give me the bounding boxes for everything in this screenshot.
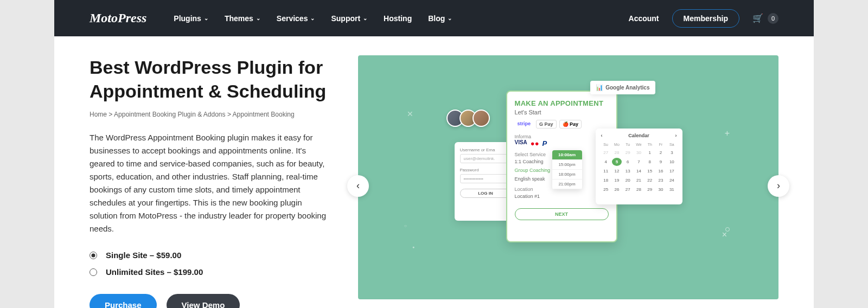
breadcrumb-sep: > xyxy=(227,111,231,118)
time-slot: 18:00pm xyxy=(552,170,582,179)
cart-count-badge: 0 xyxy=(768,13,778,24)
cal-day: 26 xyxy=(612,185,622,194)
cal-day: 12 xyxy=(612,167,622,175)
info-label: Informa xyxy=(515,134,609,139)
chevron-down-icon: ⌄ xyxy=(448,15,452,21)
time-slot: 21:00pm xyxy=(552,179,582,189)
apple-pay-badge: 🍎 Pay xyxy=(559,120,582,129)
login-button-mockup: LOG IN xyxy=(460,189,512,198)
cal-day: 20 xyxy=(623,176,633,184)
page-title: Best WordPress Plugin for Appointment & … xyxy=(90,55,331,103)
breadcrumb-mid[interactable]: Appointment Booking Plugin & Addons xyxy=(114,111,225,118)
panel-subtitle: Let's Start xyxy=(515,109,609,116)
card-icons-row: VISA ●● P xyxy=(515,139,609,147)
cal-day: 30 xyxy=(656,185,666,194)
breadcrumb-home[interactable]: Home xyxy=(90,111,107,118)
cal-day-head: Th xyxy=(645,142,655,147)
cal-day: 21 xyxy=(634,176,643,184)
cal-day-head: We xyxy=(634,142,643,147)
cal-day: 16 xyxy=(656,167,666,175)
price-option-unlimited[interactable]: Unlimited Sites – $199.00 xyxy=(90,267,331,277)
deco-dot-icon: ● xyxy=(412,245,414,249)
cal-day-head: Fr xyxy=(656,142,666,147)
cal-day: 9 xyxy=(656,158,666,166)
view-demo-button[interactable]: View Demo xyxy=(167,294,240,308)
radio-icon xyxy=(90,268,97,276)
cal-day: 29 xyxy=(623,149,633,157)
nav-blog[interactable]: Blog⌄ xyxy=(428,14,452,23)
nav-hosting-label: Hosting xyxy=(384,14,412,23)
payment-row: stripe G Pay 🍎 Pay xyxy=(515,120,609,129)
cal-day: 19 xyxy=(612,176,622,184)
pricing-options: Single Site – $59.00 Unlimited Sites – $… xyxy=(90,251,331,277)
carousel-prev-button[interactable]: ‹ xyxy=(347,175,369,197)
chevron-down-icon: ⌄ xyxy=(256,15,260,21)
cal-day: 10 xyxy=(667,158,676,166)
nav-blog-label: Blog xyxy=(428,14,445,23)
calendar-grid: SuMoTuWeThFrSa27282930123456789101112131… xyxy=(601,142,677,194)
main-nav: Plugins⌄ Themes⌄ Services⌄ Support⌄ Host… xyxy=(174,14,628,23)
deco-plus-icon: + xyxy=(725,129,730,138)
cal-day: 14 xyxy=(634,167,643,175)
cal-day: 22 xyxy=(645,176,655,184)
cal-day: 4 xyxy=(601,158,611,166)
header-right: Account Membership 🛒 0 xyxy=(629,9,778,28)
avatar-group xyxy=(446,110,490,127)
chevron-right-icon: › xyxy=(675,133,676,138)
nav-hosting[interactable]: Hosting xyxy=(384,14,412,23)
cta-buttons: Purchase View Demo xyxy=(90,294,331,308)
account-link[interactable]: Account xyxy=(629,14,659,23)
google-analytics-badge: Google Analytics xyxy=(590,81,655,94)
next-button-mockup: NEXT xyxy=(515,208,609,220)
hero-carousel: ‹ › ✕ ○ ● + × Google Analytics xyxy=(358,55,778,308)
cal-day: 15 xyxy=(645,167,655,175)
cal-day: 1 xyxy=(645,149,655,157)
cal-day: 2 xyxy=(656,149,666,157)
mockup-stack: Google Analytics Username or Ema user@de… xyxy=(455,91,682,264)
cal-day: 13 xyxy=(623,167,633,175)
nav-support[interactable]: Support⌄ xyxy=(331,14,367,23)
carousel-next-button[interactable]: › xyxy=(768,175,789,197)
cal-day: 28 xyxy=(634,185,643,194)
chevron-right-icon: › xyxy=(777,180,780,191)
content-left: Best WordPress Plugin for Appointment & … xyxy=(90,55,331,308)
username-label: Username or Ema xyxy=(460,147,512,152)
stripe-badge: stripe xyxy=(515,120,534,129)
cal-day-head: Sa xyxy=(667,142,676,147)
nav-services[interactable]: Services⌄ xyxy=(277,14,315,23)
cal-day: 31 xyxy=(667,185,676,194)
avatar xyxy=(473,110,490,127)
time-slot: 10:00am xyxy=(552,150,582,160)
cal-day: 18 xyxy=(601,176,611,184)
nav-support-label: Support xyxy=(331,14,360,23)
site-header: MotoPress Plugins⌄ Themes⌄ Services⌄ Sup… xyxy=(54,0,814,36)
chevron-down-icon: ⌄ xyxy=(204,15,208,21)
deco-circle-icon xyxy=(725,227,730,232)
cal-day-head: Tu xyxy=(623,142,633,147)
hero-image: ✕ ○ ● + × Google Analytics Username or E… xyxy=(358,55,778,299)
purchase-button[interactable]: Purchase xyxy=(90,294,157,308)
breadcrumb-sep: > xyxy=(108,111,112,118)
password-input-mockup: ••••••••••••• xyxy=(460,174,512,183)
cal-day: 6 xyxy=(623,158,633,166)
cal-day: 24 xyxy=(667,176,676,184)
nav-themes[interactable]: Themes⌄ xyxy=(225,14,260,23)
nav-services-label: Services xyxy=(277,14,308,23)
paypal-icon: P xyxy=(542,139,547,147)
cart-button[interactable]: 🛒 0 xyxy=(752,13,778,24)
nav-plugins[interactable]: Plugins⌄ xyxy=(174,14,208,23)
deco-x-icon: ✕ xyxy=(407,110,413,118)
cal-day-head: Su xyxy=(601,142,611,147)
breadcrumb: Home > Appointment Booking Plugin & Addo… xyxy=(90,111,331,118)
price-option-single[interactable]: Single Site – $59.00 xyxy=(90,251,331,260)
username-input-mockup: user@demolink. xyxy=(460,154,512,163)
membership-button[interactable]: Membership xyxy=(672,9,739,28)
calendar-mockup: ‹ Calendar › SuMoTuWeThFrSa2728293012345… xyxy=(596,129,682,204)
location-value: Location #1 xyxy=(515,192,609,201)
cal-day: 23 xyxy=(656,176,666,184)
chevron-left-icon: ‹ xyxy=(601,133,603,138)
visa-icon: VISA xyxy=(515,139,527,147)
cal-day: 25 xyxy=(601,185,611,194)
cal-day: 29 xyxy=(645,185,655,194)
logo[interactable]: MotoPress xyxy=(90,11,146,25)
